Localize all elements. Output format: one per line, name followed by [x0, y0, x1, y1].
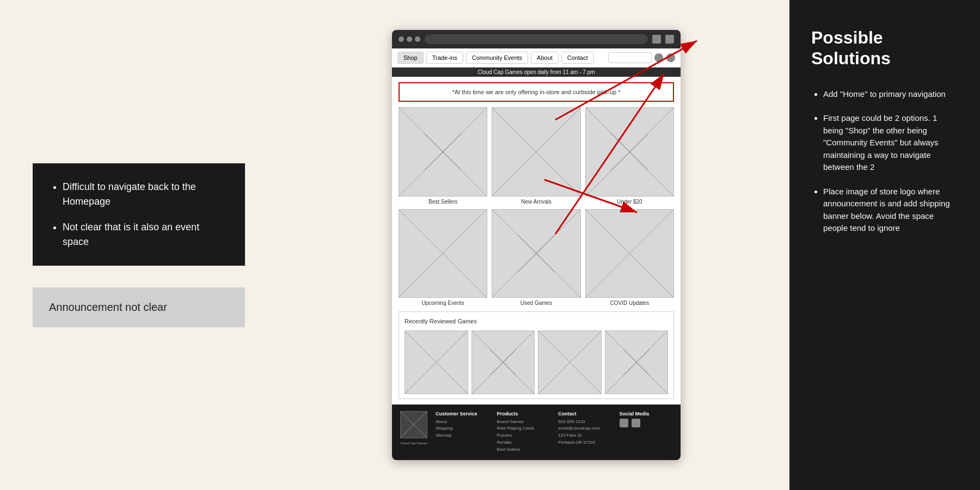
footer-item-phone: 503-555-1233: [558, 419, 611, 426]
footer-item-address: 123 Fake St: [558, 432, 611, 439]
nav-search-area: [608, 52, 675, 63]
rr-item-1[interactable]: [405, 330, 468, 394]
cart-icon: [654, 53, 663, 62]
rr-grid: [405, 330, 668, 394]
browser-window: Shop Trade-ins Community Events About Co…: [392, 30, 681, 460]
footer-item-role-playing[interactable]: Role Playing Cards: [497, 425, 550, 432]
footer-col-products: Products Board Games Role Playing Cards …: [497, 411, 550, 454]
footer-item-board-games[interactable]: Board Games: [497, 419, 550, 426]
add-tab-icon: [665, 35, 674, 44]
product-image-new-arrivals: [492, 107, 580, 196]
footer-item-shipping[interactable]: Shipping: [436, 425, 489, 432]
rr-item-2[interactable]: [471, 330, 535, 394]
solutions-list: Add "Home" to primary navigation First p…: [811, 88, 958, 235]
nav-tradeins[interactable]: Trade-ins: [426, 52, 463, 64]
site-banner: Cloud Cap Games open daily from 11 am - …: [392, 68, 681, 77]
product-image-used-games: [492, 209, 580, 298]
user-icon: [666, 53, 675, 62]
footer-item-sitemap[interactable]: Sitemap: [436, 432, 489, 439]
nav-icons: [654, 53, 675, 62]
footer-col-contact: Contact 503-555-1233 email@cloudcap.com …: [558, 411, 611, 446]
footer-col-social: Social Media: [620, 411, 673, 427]
footer-logo: [400, 411, 427, 438]
product-image-under-20: [585, 107, 674, 196]
product-new-arrivals[interactable]: New Arrivals: [492, 107, 580, 204]
share-icon: [652, 35, 661, 44]
product-image-upcoming-events: [399, 209, 487, 298]
footer-col-title-social: Social Media: [620, 411, 673, 416]
search-bar[interactable]: [608, 52, 652, 63]
rr-item-3[interactable]: [538, 330, 602, 394]
product-covid-updates[interactable]: COVID Updates: [585, 209, 674, 306]
footer-col-customer-service: Customer Service About Shipping Sitemap: [436, 411, 489, 439]
nav-shop[interactable]: Shop: [397, 52, 424, 64]
browser-dots: [399, 36, 420, 42]
browser-address-bar[interactable]: [425, 34, 648, 44]
announcement-box: Announcement not clear: [33, 287, 245, 327]
product-grid: Best Sellers New Arrivals Under $20 Upco…: [392, 107, 681, 311]
instagram-footer-icon[interactable]: [620, 419, 628, 427]
product-label-used-games: Used Games: [520, 300, 552, 306]
announcement-text: *At this time we are only offering in-st…: [452, 89, 620, 95]
footer-item-city: Portland OR 97202: [558, 439, 611, 446]
browser-actions: [652, 35, 674, 44]
footer-logo-text: Cloud Cap Games: [400, 442, 427, 445]
product-label-upcoming-events: Upcoming Events: [421, 300, 464, 306]
rr-item-4[interactable]: [605, 330, 669, 394]
dot-green: [415, 36, 420, 42]
footer-item-email[interactable]: email@cloudcap.com: [558, 425, 611, 432]
center-panel: Shop Trade-ins Community Events About Co…: [283, 0, 789, 490]
site-nav: Shop Trade-ins Community Events About Co…: [392, 48, 681, 68]
product-best-sellers[interactable]: Best Sellers: [399, 107, 487, 204]
rr-title: Recently Reviewed Games: [405, 318, 477, 324]
footer-item-rentals[interactable]: Rentals: [497, 439, 550, 446]
footer-item-puzzles[interactable]: Puzzles: [497, 432, 550, 439]
browser-chrome: [392, 30, 681, 48]
banner-text: Cloud Cap Games open daily from 11 am - …: [477, 69, 595, 75]
product-image-covid-updates: [585, 209, 674, 298]
footer-col-title-contact: Contact: [558, 411, 611, 416]
nav-about[interactable]: About: [531, 52, 559, 64]
solutions-title: Possible Solutions: [811, 27, 958, 69]
right-panel: Possible Solutions Add "Home" to primary…: [789, 0, 980, 490]
instagram-icon: [658, 316, 668, 326]
recently-reviewed-section: Recently Reviewed Games: [399, 311, 674, 399]
announcement-banner: *At this time we are only offering in-st…: [399, 82, 674, 102]
product-label-under-20: Under $20: [617, 199, 642, 205]
nav-community-events[interactable]: Community Events: [466, 52, 528, 64]
site-footer: Cloud Cap Games Customer Service About S…: [392, 405, 681, 460]
announcement-label: Announcement not clear: [49, 301, 167, 313]
facebook-footer-icon[interactable]: [632, 419, 640, 427]
product-under-20[interactable]: Under $20: [585, 107, 674, 204]
solution-2: First page could be 2 options. 1 being "…: [823, 112, 958, 174]
rr-header: Recently Reviewed Games: [405, 316, 668, 326]
product-used-games[interactable]: Used Games: [492, 209, 580, 306]
footer-social-icons: [620, 419, 673, 427]
issues-box: Difficult to navigate back to the Homepa…: [33, 163, 245, 266]
solution-1: Add "Home" to primary navigation: [823, 88, 958, 101]
product-image-best-sellers: [399, 107, 487, 196]
product-label-new-arrivals: New Arrivals: [521, 199, 552, 205]
product-upcoming-events[interactable]: Upcoming Events: [399, 209, 487, 306]
footer-item-best-sellers-footer[interactable]: Best Sellers: [497, 446, 550, 454]
footer-col-title-cs: Customer Service: [436, 411, 489, 416]
footer-col-title-products: Products: [497, 411, 550, 416]
footer-item-about[interactable]: About: [436, 419, 489, 426]
issue-1: Difficult to navigate back to the Homepa…: [63, 180, 226, 209]
product-label-best-sellers: Best Sellers: [428, 199, 457, 205]
dot-yellow: [407, 36, 412, 42]
left-panel: Difficult to navigate back to the Homepa…: [0, 0, 283, 490]
nav-contact[interactable]: Contact: [561, 52, 594, 64]
solution-3: Place image of store logo where announce…: [823, 186, 958, 235]
issue-2: Not clear that is it also an event space: [63, 220, 226, 249]
product-label-covid-updates: COVID Updates: [610, 300, 649, 306]
dot-red: [399, 36, 404, 42]
